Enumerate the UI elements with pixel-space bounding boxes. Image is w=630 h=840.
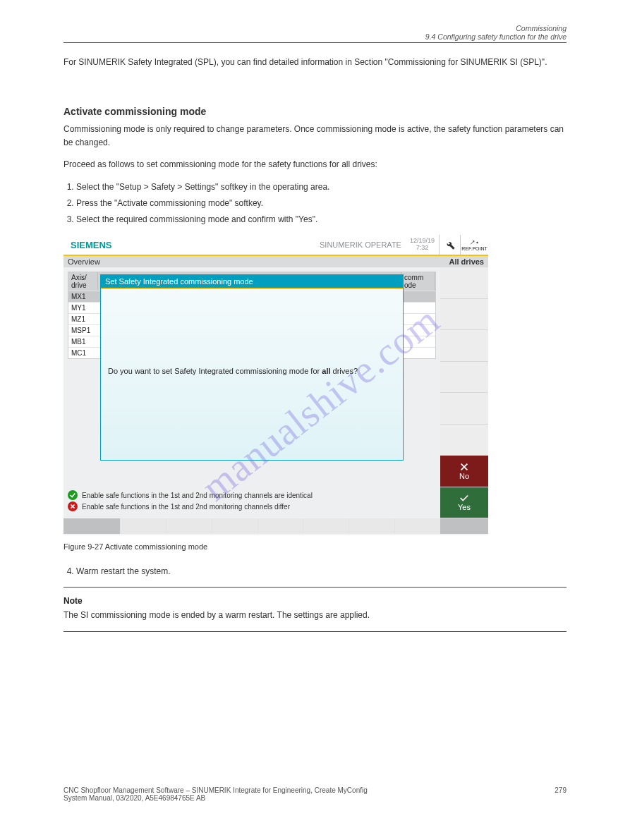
softkey-empty[interactable] [120,518,166,534]
note-body: The SI commissioning mode is ended by a … [63,609,567,622]
softkey-empty[interactable] [440,393,488,425]
softkey-empty[interactable] [349,518,394,534]
softkey-empty[interactable] [212,518,258,534]
wrench-icon[interactable] [439,235,460,255]
legend-ok-text: Enable safe functions in the 1st and 2nd… [82,492,313,499]
footer-doc-id: System Manual, 03/2020, A5E46984765E AB [63,794,205,802]
section-heading: Activate commissioning mode [63,106,567,117]
product-title: SINUMERIK OPERATE [205,241,406,249]
note-label: Note [63,596,567,606]
hmi-subheader: Overview All drives [63,255,488,267]
legend: Enable safe functions in the 1st and 2nd… [68,489,436,511]
page-footer: CNC Shopfloor Management Software – SINU… [63,786,567,802]
no-label: No [459,472,469,480]
list-item: Press the "Activate commissioning mode" … [76,197,567,210]
check-icon [68,490,78,500]
softkey-empty[interactable] [394,518,440,534]
horizontal-softkeys [63,518,488,534]
softkey-empty[interactable] [440,362,488,394]
screenshot-figure: SIEMENS SINUMERIK OPERATE 12/19/19 7:32 … [63,235,488,535]
running-header: Commissioning 9.4 Configuring safety fun… [425,24,567,41]
subheader-right: All drives [449,257,488,266]
confirmation-dialog: Set Safety Integrated commissioning mode… [100,274,404,461]
header-time: 7:32 [410,245,435,252]
refpoint-label: REF.POINT [461,246,487,251]
softkey-empty[interactable] [440,518,488,534]
footer-book-title: CNC Shopfloor Management Software – SINU… [63,786,555,794]
softkey-empty[interactable] [258,518,303,534]
procedure-list-continued: Warm restart the system. [63,565,567,578]
yes-label: Yes [458,503,471,511]
intro-paragraph: For SINUMERIK Safety Integrated (SPL), y… [63,57,567,67]
yes-button[interactable]: Yes [440,487,488,519]
section-name: 9.4 Configuring safety function for the … [425,32,567,41]
hmi-header: SIEMENS SINUMERIK OPERATE 12/19/19 7:32 … [63,235,488,255]
list-item: Warm restart the system. [76,565,567,578]
svg-point-0 [476,241,478,243]
softkey-empty[interactable] [440,267,488,299]
col-axis-drive: Axis/ drive [68,272,98,291]
softkey-empty[interactable] [63,518,120,534]
figure-caption: Figure 9-27 Activate commissioning mode [63,542,567,551]
header-datetime: 12/19/19 7:32 [406,238,439,252]
note-rule-bottom [63,631,567,632]
brand-logo: SIEMENS [63,240,205,250]
refpoint-button[interactable]: REF.POINT [460,235,488,255]
page-number: 279 [555,786,567,802]
softkey-empty[interactable] [440,330,488,362]
dialog-text-post: drives? [331,367,358,375]
legend-row-err: Enable safe functions in the 1st and 2nd… [68,501,436,511]
softkey-empty[interactable] [166,518,212,534]
hmi-main-area: Axis/ drive comm ode MX1 MY1 MZ1 MSP1 MB… [63,267,440,518]
paragraph-2: Proceed as follows to set commissioning … [63,158,567,171]
rule-top [63,42,567,43]
col-comm-mode: comm ode [401,272,435,291]
softkey-empty[interactable] [303,518,349,534]
paragraph-1: Commissioning mode is only required to c… [63,123,567,150]
dialog-text-pre: Do you want to set Safety Integrated com… [108,367,322,375]
dialog-body: Do you want to set Safety Integrated com… [101,289,403,382]
cross-icon [68,501,78,511]
legend-row-ok: Enable safe functions in the 1st and 2nd… [68,490,436,500]
chapter-name: Commissioning [425,24,567,32]
softkey-empty[interactable] [440,425,488,456]
list-item: Select the "Setup > Safety > Settings" s… [76,181,567,194]
list-item: Select the required commissioning mode a… [76,213,567,226]
no-button[interactable]: No [440,456,488,487]
note-rule-top [63,587,567,588]
subheader-left: Overview [63,257,449,266]
softkey-empty[interactable] [440,299,488,331]
legend-err-text: Enable safe functions in the 1st and 2nd… [82,503,290,511]
dialog-title: Set Safety Integrated commissioning mode [101,275,403,289]
procedure-list: Select the "Setup > Safety > Settings" s… [63,181,567,227]
dialog-text-bold: all [322,367,330,375]
vertical-softkeys: No Yes [440,267,488,518]
